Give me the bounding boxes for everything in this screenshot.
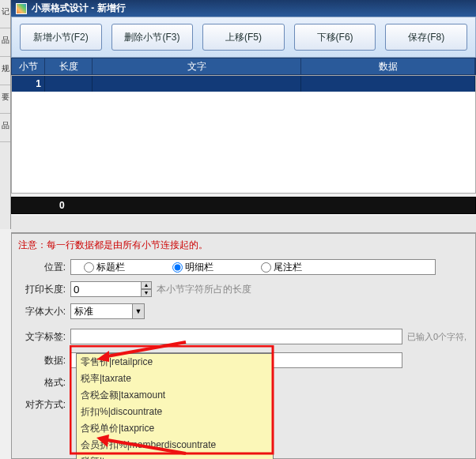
nav-item[interactable]: 品 — [0, 114, 10, 142]
col-header-text[interactable]: 文字 — [93, 58, 301, 74]
left-nav-strip: 记 品 规 要 品 — [0, 0, 11, 229]
cell-data — [301, 76, 475, 92]
format-label: 格式: — [18, 376, 70, 389]
char-count: 已输入0个字符, — [407, 331, 467, 343]
new-section-button[interactable]: 新增小节(F2) — [20, 24, 102, 51]
window-title-bar: 小票格式设计 - 新增行 — [11, 0, 476, 17]
chevron-down-icon: ▼ — [132, 304, 144, 318]
textlabel-label: 文字标签: — [18, 330, 70, 344]
radio-detail[interactable]: 明细栏 — [172, 261, 213, 274]
table-row[interactable]: 1 — [12, 76, 475, 92]
radio-footer[interactable]: 尾注栏 — [261, 261, 302, 274]
col-header-length[interactable]: 长度 — [45, 58, 93, 74]
dropdown-item[interactable]: 会员折扣%|memberdiscountrate — [77, 437, 273, 453]
data-label: 数据: — [18, 354, 70, 367]
window-title: 小票格式设计 - 新增行 — [32, 2, 126, 15]
dropdown-item[interactable]: 折扣%|discountrate — [77, 404, 273, 420]
dropdown-item[interactable]: 零售价|retailprice — [77, 354, 273, 371]
nav-item[interactable]: 规 — [0, 57, 10, 85]
position-radio-group: 标题栏 明细栏 尾注栏 — [70, 259, 436, 275]
align-label: 对齐方式: — [18, 398, 70, 412]
printlen-spinner[interactable]: ▲▼ — [141, 281, 152, 297]
textlabel-input[interactable] — [70, 329, 402, 344]
toolbar: 新增小节(F2) 删除小节(F3) 上移(F5) 下移(F6) 保存(F8) — [11, 17, 476, 58]
nav-item[interactable]: 要 — [0, 85, 10, 114]
position-label: 位置: — [18, 261, 70, 274]
radio-title[interactable]: 标题栏 — [84, 261, 125, 274]
dropdown-item[interactable]: 含税金额|taxamount — [77, 387, 273, 404]
move-down-button[interactable]: 下移(F6) — [294, 24, 376, 51]
dropdown-item[interactable]: 税额|tax — [77, 453, 273, 459]
grid-header: 小节 长度 文字 数据 — [11, 58, 476, 75]
app-icon — [16, 3, 27, 14]
cell-len — [45, 76, 93, 92]
nav-item[interactable]: 记 — [0, 0, 10, 28]
save-button[interactable]: 保存(F8) — [385, 24, 467, 51]
col-header-data[interactable]: 数据 — [301, 58, 475, 74]
dropdown-item[interactable]: 税率|taxrate — [77, 371, 273, 387]
cell-sn: 1 — [12, 76, 45, 92]
data-dropdown-list[interactable]: 零售价|retailprice 税率|taxrate 含税金额|taxamoun… — [76, 353, 274, 459]
delete-section-button[interactable]: 删除小节(F3) — [111, 24, 194, 51]
fontsize-select[interactable]: 标准 ▼ — [70, 303, 145, 319]
grid-footer-bar: 0 — [11, 197, 476, 214]
footer-zero: 0 — [59, 200, 65, 211]
move-up-button[interactable]: 上移(F5) — [202, 24, 285, 51]
spin-down-icon[interactable]: ▼ — [141, 289, 152, 297]
grid-body[interactable]: 1 — [11, 75, 476, 194]
col-header-sn[interactable]: 小节 — [12, 58, 45, 74]
dropdown-item[interactable]: 含税单价|taxprice — [77, 420, 273, 437]
printlen-input[interactable] — [70, 281, 142, 297]
printlen-label: 打印长度: — [18, 283, 70, 296]
fontsize-value: 标准 — [74, 305, 93, 318]
printlen-hint: 本小节字符所占的长度 — [157, 283, 251, 296]
cell-text — [93, 76, 301, 92]
notice-text: 注意：每一行数据都是由所有小节连接起的。 — [18, 239, 469, 252]
splitter[interactable] — [11, 216, 476, 233]
nav-item[interactable]: 品 — [0, 28, 10, 57]
fontsize-label: 字体大小: — [18, 305, 70, 318]
spin-up-icon[interactable]: ▲ — [141, 281, 152, 289]
